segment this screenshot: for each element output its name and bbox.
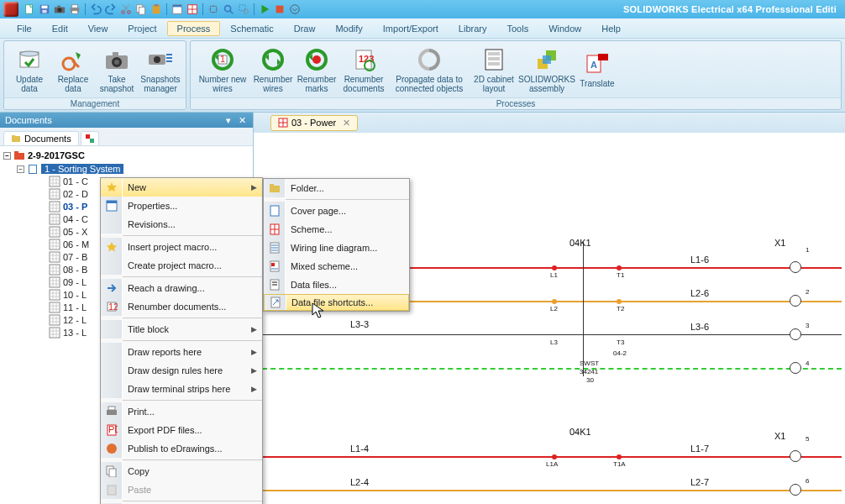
label-l27: L2-7 bbox=[690, 477, 709, 487]
qat-redo-icon[interactable] bbox=[104, 3, 118, 16]
ctx-terminal-strips[interactable]: Draw terminal strips here▶ bbox=[101, 380, 262, 398]
components-tab[interactable] bbox=[81, 131, 99, 145]
drawing-file-icon bbox=[49, 176, 60, 187]
ctx-export-pdf[interactable]: PDFExport PDF files... bbox=[101, 421, 262, 439]
menu-help[interactable]: Help bbox=[591, 21, 631, 36]
qat-zoom-window-icon[interactable] bbox=[237, 3, 250, 16]
qat-copy-icon[interactable] bbox=[134, 3, 148, 16]
pin-label: L2 bbox=[550, 305, 558, 312]
svg-rect-48 bbox=[488, 52, 500, 55]
close-panel-icon[interactable]: ✕ bbox=[236, 114, 248, 126]
svg-rect-60 bbox=[90, 139, 94, 143]
qat-zoom-icon[interactable] bbox=[222, 3, 235, 16]
ribbon-sw-assembly[interactable]: SOLIDWORKSassembly bbox=[518, 45, 575, 95]
ctx-print[interactable]: Print... bbox=[101, 402, 262, 421]
ctx-renumber-docs[interactable]: 12Renumber documents... bbox=[101, 297, 262, 316]
scheme-icon bbox=[269, 223, 281, 235]
menu-draw[interactable]: Draw bbox=[284, 21, 326, 36]
menu-view[interactable]: View bbox=[78, 21, 118, 36]
ribbon: Updatedata Replacedata Takesnapshot Snap… bbox=[0, 39, 845, 113]
ribbon-snapshot[interactable]: Takesnapshot bbox=[95, 45, 139, 95]
menu-import-export[interactable]: Import/Export bbox=[373, 21, 449, 36]
qat-cut-icon[interactable] bbox=[119, 3, 133, 16]
ctx-title-block[interactable]: Title block▶ bbox=[101, 320, 262, 339]
qat-tool-icon[interactable] bbox=[273, 3, 286, 16]
ctx-new-datafiles[interactable]: Data files... bbox=[264, 276, 409, 294]
menu-tools[interactable]: Tools bbox=[496, 21, 538, 36]
ctx-design-rules[interactable]: Draw design rules here▶ bbox=[101, 361, 262, 380]
pin-icon[interactable]: ▾ bbox=[223, 114, 234, 126]
label-swst: SWST bbox=[580, 360, 599, 367]
ribbon-group-management: Updatedata Replacedata Takesnapshot Snap… bbox=[3, 40, 186, 110]
ribbon-number-wires[interactable]: 1Number newwires bbox=[194, 45, 251, 95]
drawing-file-icon bbox=[49, 251, 60, 263]
document-tabstrip: 03 - Power ✕ bbox=[254, 113, 845, 133]
ribbon-propagate[interactable]: Propagate data toconnected objects bbox=[389, 45, 470, 95]
qat-separator bbox=[254, 3, 255, 15]
renumber-docs-icon: 123 bbox=[350, 46, 377, 73]
menu-file[interactable]: File bbox=[7, 21, 42, 36]
svg-rect-65 bbox=[50, 176, 60, 186]
qat-zoom-extents-icon[interactable] bbox=[207, 3, 220, 16]
ctx-properties[interactable]: Properties... bbox=[101, 197, 262, 215]
qat-snapshot-icon[interactable] bbox=[53, 3, 66, 16]
ctx-new-shortcuts[interactable]: Data file shortcuts... bbox=[264, 294, 409, 311]
menu-window[interactable]: Window bbox=[538, 21, 591, 36]
ctx-revisions[interactable]: Revisions... bbox=[101, 215, 262, 234]
ctx-new-cover[interactable]: Cover page... bbox=[264, 202, 409, 220]
ctx-edrawings[interactable]: Publish to eDrawings... bbox=[101, 439, 262, 458]
ctx-copy[interactable]: Copy bbox=[101, 462, 262, 480]
ctx-insert-macro[interactable]: Insert project macro... bbox=[101, 238, 262, 256]
menu-modify[interactable]: Modify bbox=[325, 21, 372, 36]
ribbon-replace-data[interactable]: Replacedata bbox=[51, 45, 95, 95]
book-node[interactable]: − 1 - Sorting System bbox=[17, 163, 249, 175]
qat-new-icon[interactable] bbox=[23, 3, 36, 16]
ctx-create-macro[interactable]: Create project macro... bbox=[101, 256, 262, 275]
cover-icon bbox=[269, 205, 281, 217]
menu-schematic[interactable]: Schematic bbox=[220, 21, 283, 36]
collapse-icon[interactable]: − bbox=[3, 152, 11, 160]
svg-rect-62 bbox=[14, 151, 18, 154]
qat-paste-icon[interactable] bbox=[150, 3, 163, 16]
qat-run-icon[interactable] bbox=[258, 3, 271, 16]
qat-print-icon[interactable] bbox=[68, 3, 81, 16]
ribbon-renumber-wires[interactable]: Renumberwires bbox=[251, 45, 295, 95]
documents-tab[interactable]: Documents bbox=[3, 131, 79, 145]
ribbon-update-data[interactable]: Updatedata bbox=[8, 45, 51, 95]
ctx-new-scheme[interactable]: Scheme... bbox=[264, 220, 409, 239]
document-tab[interactable]: 03 - Power ✕ bbox=[270, 115, 358, 131]
qat-undo-icon[interactable] bbox=[89, 3, 102, 16]
close-tab-icon[interactable]: ✕ bbox=[343, 118, 350, 129]
menu-process[interactable]: Process bbox=[167, 21, 221, 36]
ctx-new-mixed[interactable]: Mixed scheme... bbox=[264, 257, 409, 276]
ctx-reports[interactable]: Draw reports here▶ bbox=[101, 343, 262, 361]
ribbon-2d-cabinet[interactable]: 2D cabinetlayout bbox=[470, 45, 518, 95]
collapse-icon[interactable]: − bbox=[17, 165, 24, 173]
ctx-new-folder[interactable]: Folder... bbox=[264, 179, 409, 197]
ribbon-snapshots-mgr[interactable]: Snapshotsmanager bbox=[139, 45, 182, 95]
svg-text:PDF: PDF bbox=[108, 424, 118, 434]
title-bar: SOLIDWORKS Electrical x64 Professional E… bbox=[0, 0, 845, 18]
drawing-file-icon bbox=[49, 302, 60, 313]
ribbon-renumber-docs[interactable]: 123Renumberdocuments bbox=[339, 45, 389, 95]
menu-edit[interactable]: Edit bbox=[42, 21, 78, 36]
svg-rect-90 bbox=[108, 486, 116, 495]
ribbon-translate[interactable]: ATranslate bbox=[575, 49, 619, 90]
tree-root[interactable]: − 2-9-2017GSC bbox=[3, 150, 249, 161]
svg-text:1: 1 bbox=[220, 54, 225, 64]
svg-rect-92 bbox=[270, 184, 274, 186]
project-name: 2-9-2017GSC bbox=[28, 150, 85, 160]
qat-separator bbox=[166, 3, 167, 15]
qat-save-icon[interactable] bbox=[38, 3, 51, 16]
menu-library[interactable]: Library bbox=[449, 21, 497, 36]
qat-drawing-icon[interactable] bbox=[186, 3, 199, 16]
qat-dropdown-icon[interactable] bbox=[288, 3, 302, 16]
qat-properties-icon[interactable] bbox=[171, 3, 184, 16]
svg-rect-77 bbox=[50, 328, 60, 338]
ctx-reach-drawing[interactable]: Reach a drawing... bbox=[101, 279, 262, 297]
ctx-new-wiring[interactable]: Wiring line diagram... bbox=[264, 239, 409, 257]
menu-project[interactable]: Project bbox=[118, 21, 166, 36]
ribbon-renumber-marks[interactable]: Renumbermarks bbox=[295, 45, 339, 95]
ctx-new[interactable]: New▶ bbox=[101, 178, 262, 197]
component-icon bbox=[85, 134, 95, 144]
